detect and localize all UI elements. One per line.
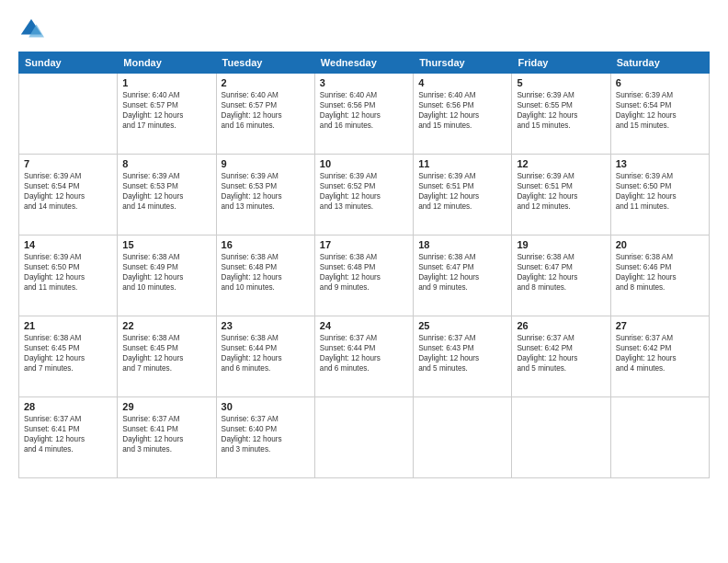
day-cell: 10Sunrise: 6:39 AM Sunset: 6:52 PM Dayli… <box>314 155 413 236</box>
day-number: 17 <box>320 239 408 250</box>
logo <box>18 17 48 42</box>
day-info: Sunrise: 6:39 AM Sunset: 6:54 PM Dayligh… <box>24 171 112 212</box>
day-cell: 22Sunrise: 6:38 AM Sunset: 6:45 PM Dayli… <box>118 316 216 397</box>
day-cell: 3Sunrise: 6:40 AM Sunset: 6:56 PM Daylig… <box>314 74 413 155</box>
calendar-body: 1Sunrise: 6:40 AM Sunset: 6:57 PM Daylig… <box>19 74 710 478</box>
day-cell: 19Sunrise: 6:38 AM Sunset: 6:47 PM Dayli… <box>512 236 610 316</box>
day-info: Sunrise: 6:40 AM Sunset: 6:56 PM Dayligh… <box>320 90 408 131</box>
day-cell: 26Sunrise: 6:37 AM Sunset: 6:42 PM Dayli… <box>512 316 610 397</box>
day-cell: 7Sunrise: 6:39 AM Sunset: 6:54 PM Daylig… <box>19 155 118 236</box>
day-info: Sunrise: 6:38 AM Sunset: 6:49 PM Dayligh… <box>122 252 210 293</box>
header <box>18 17 710 42</box>
day-info: Sunrise: 6:38 AM Sunset: 6:46 PM Dayligh… <box>616 252 704 293</box>
day-number: 28 <box>24 401 112 412</box>
day-number: 10 <box>320 158 408 169</box>
day-cell: 8Sunrise: 6:39 AM Sunset: 6:53 PM Daylig… <box>118 155 216 236</box>
day-cell: 20Sunrise: 6:38 AM Sunset: 6:46 PM Dayli… <box>610 236 709 316</box>
day-info: Sunrise: 6:37 AM Sunset: 6:42 PM Dayligh… <box>616 333 704 373</box>
day-cell: 16Sunrise: 6:38 AM Sunset: 6:48 PM Dayli… <box>216 236 314 316</box>
day-number: 29 <box>122 401 210 412</box>
day-number: 23 <box>222 320 310 331</box>
day-number: 5 <box>517 77 605 88</box>
day-number: 11 <box>418 158 506 169</box>
day-info: Sunrise: 6:38 AM Sunset: 6:44 PM Dayligh… <box>222 333 310 373</box>
day-number: 20 <box>616 239 704 250</box>
day-number: 12 <box>517 158 605 169</box>
day-cell: 11Sunrise: 6:39 AM Sunset: 6:51 PM Dayli… <box>414 155 512 236</box>
day-info: Sunrise: 6:40 AM Sunset: 6:56 PM Dayligh… <box>418 90 506 131</box>
day-info: Sunrise: 6:37 AM Sunset: 6:40 PM Dayligh… <box>222 414 310 454</box>
week-row-5: 28Sunrise: 6:37 AM Sunset: 6:41 PM Dayli… <box>19 397 710 478</box>
day-number: 16 <box>222 239 310 250</box>
day-cell: 1Sunrise: 6:40 AM Sunset: 6:57 PM Daylig… <box>118 74 216 155</box>
day-info: Sunrise: 6:38 AM Sunset: 6:47 PM Dayligh… <box>517 252 605 293</box>
day-cell: 6Sunrise: 6:39 AM Sunset: 6:54 PM Daylig… <box>610 74 709 155</box>
day-cell: 27Sunrise: 6:37 AM Sunset: 6:42 PM Dayli… <box>610 316 709 397</box>
day-info: Sunrise: 6:38 AM Sunset: 6:45 PM Dayligh… <box>122 333 210 373</box>
day-info: Sunrise: 6:39 AM Sunset: 6:50 PM Dayligh… <box>616 171 704 212</box>
day-info: Sunrise: 6:39 AM Sunset: 6:53 PM Dayligh… <box>122 171 210 212</box>
day-number: 14 <box>24 239 112 250</box>
day-info: Sunrise: 6:38 AM Sunset: 6:47 PM Dayligh… <box>418 252 506 293</box>
day-info: Sunrise: 6:39 AM Sunset: 6:50 PM Dayligh… <box>24 252 112 293</box>
day-cell <box>314 397 413 478</box>
day-cell <box>512 397 610 478</box>
day-info: Sunrise: 6:39 AM Sunset: 6:54 PM Dayligh… <box>616 90 704 131</box>
day-info: Sunrise: 6:37 AM Sunset: 6:42 PM Dayligh… <box>517 333 605 373</box>
col-header-thursday: Thursday <box>414 52 512 74</box>
header-row: SundayMondayTuesdayWednesdayThursdayFrid… <box>19 52 710 74</box>
day-number: 8 <box>122 158 210 169</box>
day-cell: 21Sunrise: 6:38 AM Sunset: 6:45 PM Dayli… <box>19 316 118 397</box>
calendar-header: SundayMondayTuesdayWednesdayThursdayFrid… <box>19 52 710 74</box>
day-info: Sunrise: 6:39 AM Sunset: 6:51 PM Dayligh… <box>418 171 506 212</box>
day-number: 9 <box>222 158 310 169</box>
day-info: Sunrise: 6:39 AM Sunset: 6:51 PM Dayligh… <box>517 171 605 212</box>
day-number: 3 <box>320 77 408 88</box>
day-cell: 17Sunrise: 6:38 AM Sunset: 6:48 PM Dayli… <box>314 236 413 316</box>
week-row-2: 7Sunrise: 6:39 AM Sunset: 6:54 PM Daylig… <box>19 155 710 236</box>
week-row-1: 1Sunrise: 6:40 AM Sunset: 6:57 PM Daylig… <box>19 74 710 155</box>
day-cell: 15Sunrise: 6:38 AM Sunset: 6:49 PM Dayli… <box>118 236 216 316</box>
day-cell: 29Sunrise: 6:37 AM Sunset: 6:41 PM Dayli… <box>118 397 216 478</box>
day-info: Sunrise: 6:39 AM Sunset: 6:53 PM Dayligh… <box>222 171 310 212</box>
day-cell: 5Sunrise: 6:39 AM Sunset: 6:55 PM Daylig… <box>512 74 610 155</box>
day-info: Sunrise: 6:37 AM Sunset: 6:41 PM Dayligh… <box>122 414 210 454</box>
day-cell: 28Sunrise: 6:37 AM Sunset: 6:41 PM Dayli… <box>19 397 118 478</box>
calendar-table: SundayMondayTuesdayWednesdayThursdayFrid… <box>18 52 710 478</box>
day-cell <box>414 397 512 478</box>
day-info: Sunrise: 6:37 AM Sunset: 6:44 PM Dayligh… <box>320 333 408 373</box>
week-row-3: 14Sunrise: 6:39 AM Sunset: 6:50 PM Dayli… <box>19 236 710 316</box>
day-number: 7 <box>24 158 112 169</box>
day-info: Sunrise: 6:37 AM Sunset: 6:41 PM Dayligh… <box>24 414 112 454</box>
day-number: 13 <box>616 158 704 169</box>
day-info: Sunrise: 6:40 AM Sunset: 6:57 PM Dayligh… <box>222 90 310 131</box>
day-number: 15 <box>122 239 210 250</box>
day-cell: 25Sunrise: 6:37 AM Sunset: 6:43 PM Dayli… <box>414 316 512 397</box>
day-number: 30 <box>222 401 310 412</box>
day-number: 6 <box>616 77 704 88</box>
col-header-tuesday: Tuesday <box>216 52 314 74</box>
day-cell: 13Sunrise: 6:39 AM Sunset: 6:50 PM Dayli… <box>610 155 709 236</box>
day-number: 24 <box>320 320 408 331</box>
day-number: 21 <box>24 320 112 331</box>
col-header-saturday: Saturday <box>610 52 709 74</box>
col-header-wednesday: Wednesday <box>314 52 413 74</box>
day-cell: 12Sunrise: 6:39 AM Sunset: 6:51 PM Dayli… <box>512 155 610 236</box>
week-row-4: 21Sunrise: 6:38 AM Sunset: 6:45 PM Dayli… <box>19 316 710 397</box>
day-cell: 24Sunrise: 6:37 AM Sunset: 6:44 PM Dayli… <box>314 316 413 397</box>
day-number: 25 <box>418 320 506 331</box>
day-number: 19 <box>517 239 605 250</box>
col-header-sunday: Sunday <box>19 52 118 74</box>
day-cell: 2Sunrise: 6:40 AM Sunset: 6:57 PM Daylig… <box>216 74 314 155</box>
day-cell: 4Sunrise: 6:40 AM Sunset: 6:56 PM Daylig… <box>414 74 512 155</box>
day-info: Sunrise: 6:38 AM Sunset: 6:48 PM Dayligh… <box>320 252 408 293</box>
logo-icon <box>18 17 44 42</box>
day-info: Sunrise: 6:39 AM Sunset: 6:55 PM Dayligh… <box>517 90 605 131</box>
day-cell <box>610 397 709 478</box>
day-cell <box>19 74 118 155</box>
day-info: Sunrise: 6:37 AM Sunset: 6:43 PM Dayligh… <box>418 333 506 373</box>
day-info: Sunrise: 6:38 AM Sunset: 6:45 PM Dayligh… <box>24 333 112 373</box>
day-number: 1 <box>122 77 210 88</box>
col-header-friday: Friday <box>512 52 610 74</box>
day-number: 18 <box>418 239 506 250</box>
